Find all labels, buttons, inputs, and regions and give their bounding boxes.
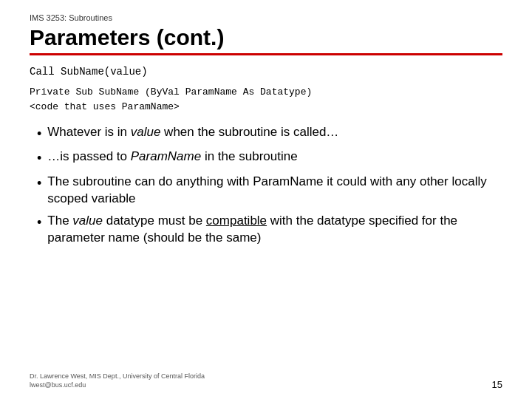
bullet-dot: • (37, 174, 41, 192)
list-item: • The value datatype must be compatible … (37, 213, 502, 247)
list-item: • …is passed to ParamName in the subrout… (37, 149, 502, 167)
bullet-list: • Whatever is in value when the subrouti… (37, 124, 502, 253)
top-label: IMS 3253: Subroutines (30, 13, 502, 22)
list-item: • Whatever is in value when the subrouti… (37, 124, 502, 143)
footer: Dr. Lawrence West, MIS Dept., University… (30, 372, 502, 390)
code-block: Private Sub SubName (ByVal ParamName As … (30, 85, 502, 114)
code-line-1: Private Sub SubName (ByVal ParamName As … (30, 86, 312, 98)
bullet-text: …is passed to ParamName in the subroutin… (47, 149, 502, 166)
footer-left: Dr. Lawrence West, MIS Dept., University… (30, 372, 205, 390)
red-divider (30, 53, 502, 55)
list-item: • The subroutine can do anything with Pa… (37, 174, 502, 208)
bullet-dot: • (37, 125, 41, 143)
bullet-text: Whatever is in value when the subroutine… (47, 124, 502, 141)
bullet-text: The value datatype must be compatible wi… (47, 213, 502, 247)
code-line-2: <code that uses ParamName> (30, 101, 180, 112)
footer-line2: lwest@bus.ucf.edu (30, 381, 205, 390)
slide-title: Parameters (cont.) (30, 25, 502, 50)
slide-container: IMS 3253: Subroutines Parameters (cont.)… (0, 0, 532, 399)
page-number: 15 (492, 379, 502, 390)
bullet-dot: • (37, 149, 41, 167)
bullet-dot: • (37, 214, 41, 231)
footer-line1: Dr. Lawrence West, MIS Dept., University… (30, 372, 205, 381)
call-line: Call SubName(value) (30, 66, 502, 78)
bullet-text: The subroutine can do anything with Para… (47, 174, 502, 208)
